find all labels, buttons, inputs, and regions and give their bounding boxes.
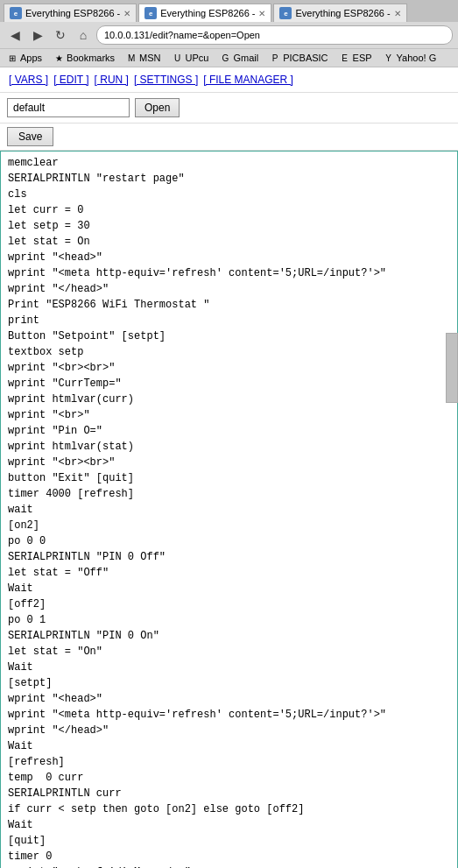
apps-icon: ⊞ [6, 52, 18, 64]
address-bar-row: ◀ ▶ ↻ ⌂ [0, 22, 458, 48]
page-content: [ VARS ] [ EDIT ] [ RUN ] [ SETTINGS ] [… [0, 67, 458, 868]
bm-apps[interactable]: ⊞ Apps [4, 51, 45, 65]
bm-esp-label: ESP [353, 53, 372, 63]
upcu-icon: U [172, 52, 184, 64]
esp-icon: E [339, 52, 351, 64]
forward-button[interactable]: ▶ [28, 25, 47, 45]
bm-upcu-label: UPcu [186, 53, 209, 63]
bm-yahoo[interactable]: Y Yahoo! G [380, 51, 440, 65]
file-name-input[interactable] [7, 98, 130, 117]
tab-bar: e Everything ESP8266 - ✕ e Everything ES… [0, 0, 458, 22]
msn-icon: M [125, 52, 137, 64]
save-button[interactable]: Save [7, 127, 53, 146]
bm-bookmarks-label: Bookmarks [67, 53, 115, 63]
reload-button[interactable]: ↻ [51, 25, 70, 45]
nav-run[interactable]: [ RUN ] [93, 73, 130, 87]
picbasic-icon: P [269, 52, 281, 64]
bm-apps-label: Apps [20, 53, 42, 63]
bm-picbasic-label: PICBASIC [283, 53, 328, 63]
bm-esp[interactable]: E ESP [336, 51, 375, 65]
code-editor[interactable]: memclear SERIALPRINTLN "restart page" cl… [0, 151, 458, 868]
scrollbar[interactable] [446, 333, 458, 403]
save-row: Save [0, 123, 458, 151]
bm-picbasic[interactable]: P PICBASIC [266, 51, 330, 65]
tab-favicon-1: e [10, 7, 22, 19]
nav-menu: [ VARS ] [ EDIT ] [ RUN ] [ SETTINGS ] [… [0, 67, 458, 93]
tab-favicon-3: e [279, 7, 292, 19]
tab-2[interactable]: e Everything ESP8266 - ✕ [138, 4, 271, 22]
bm-gmail-label: Gmail [233, 53, 258, 63]
back-button[interactable]: ◀ [5, 25, 25, 45]
gmail-icon: G [219, 52, 231, 64]
tab-favicon-2: e [144, 7, 157, 19]
bm-msn-label: MSN [139, 53, 160, 63]
bm-msn[interactable]: M MSN [123, 51, 163, 65]
nav-file-manager[interactable]: [ FILE MANAGER ] [201, 73, 295, 87]
tab-close-1[interactable]: ✕ [123, 9, 130, 18]
open-row: Open [0, 93, 458, 123]
nav-settings[interactable]: [ SETTINGS ] [132, 73, 200, 87]
tab-label-1: Everything ESP8266 - [25, 8, 120, 18]
tab-1[interactable]: e Everything ESP8266 - ✕ [4, 4, 137, 22]
home-button[interactable]: ⌂ [74, 25, 93, 45]
tab-3[interactable]: e Everything ESP8266 - ✕ [273, 4, 406, 22]
tab-label-2: Everything ESP8266 - [160, 8, 255, 18]
open-button[interactable]: Open [135, 98, 180, 117]
bm-bookmarks[interactable]: ★ Bookmarks [50, 51, 117, 65]
bm-upcu[interactable]: U UPcu [169, 51, 212, 65]
bookmarks-icon: ★ [53, 52, 65, 64]
tab-close-3[interactable]: ✕ [394, 9, 401, 18]
bookmarks-bar: ⊞ Apps ★ Bookmarks M MSN U UPcu G Gmail … [0, 48, 458, 67]
bm-yahoo-label: Yahoo! G [397, 53, 437, 63]
tab-close-2[interactable]: ✕ [258, 9, 265, 18]
tab-label-3: Everything ESP8266 - [295, 8, 390, 18]
yahoo-icon: Y [383, 52, 395, 64]
nav-vars[interactable]: [ VARS ] [7, 73, 50, 87]
address-input[interactable] [96, 25, 453, 45]
bm-gmail[interactable]: G Gmail [216, 51, 261, 65]
nav-edit[interactable]: [ EDIT ] [52, 73, 90, 87]
